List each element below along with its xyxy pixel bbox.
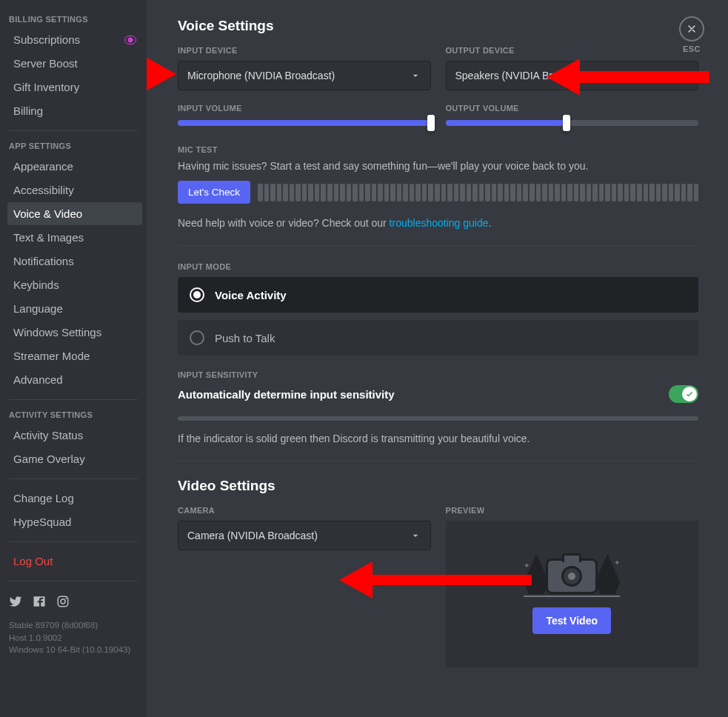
mic-test-label: MIC TEST: [178, 145, 698, 154]
divider: [9, 541, 138, 542]
sidebar-item-billing[interactable]: Billing: [7, 99, 142, 122]
output-device-select[interactable]: Speakers (NVIDIA Broadcast): [446, 61, 699, 90]
camera-label: CAMERA: [178, 506, 431, 515]
close-button[interactable]: ESC: [679, 16, 704, 53]
svg-point-2: [65, 598, 67, 599]
troubleshooting-link[interactable]: troubleshooting guide: [390, 217, 489, 229]
page-title: Voice Settings: [178, 18, 698, 34]
input-mode-voice-activity[interactable]: Voice Activity: [178, 277, 698, 313]
sidebar-item-label: Windows Settings: [13, 326, 101, 339]
camera-select[interactable]: Camera (NVIDIA Broadcast): [178, 521, 431, 550]
facebook-icon[interactable]: [33, 595, 46, 610]
sidebar-item-label: Advanced: [13, 373, 63, 386]
sidebar-item-hypesquad[interactable]: HypeSquad: [7, 510, 142, 533]
chevron-down-icon: [410, 70, 421, 81]
settings-sidebar: BILLING SETTINGS Subscriptions Server Bo…: [0, 0, 147, 717]
sidebar-item-label: Accessibility: [13, 184, 74, 196]
output-volume-label: OUTPUT VOLUME: [446, 104, 699, 113]
sidebar-item-label: Subscriptions: [13, 33, 80, 46]
output-device-value: Speakers (NVIDIA Broadcast): [455, 70, 592, 81]
settings-content: ESC Voice Settings INPUT DEVICE Micropho…: [147, 0, 728, 717]
radio-label: Voice Activity: [215, 289, 287, 301]
lets-check-button[interactable]: Let's Check: [178, 181, 250, 204]
video-settings-title: Video Settings: [178, 478, 698, 494]
sidebar-item-appearance[interactable]: Appearance: [7, 155, 142, 178]
input-device-select[interactable]: Microphone (NVIDIA Broadcast): [178, 61, 431, 90]
sidebar-item-activity-status[interactable]: Activity Status: [7, 424, 142, 447]
test-video-button[interactable]: Test Video: [532, 607, 611, 634]
output-volume-slider[interactable]: [446, 120, 699, 126]
sidebar-item-label: Notifications: [13, 255, 74, 267]
sidebar-item-label: Gift Inventory: [13, 81, 79, 93]
help-line: Need help with voice or video? Check out…: [178, 217, 698, 229]
sidebar-item-notifications[interactable]: Notifications: [7, 250, 142, 273]
sidebar-item-change-log[interactable]: Change Log: [7, 487, 142, 510]
sidebar-item-label: Game Overlay: [13, 453, 85, 465]
nitro-badge-icon: [124, 36, 136, 44]
divider: [9, 130, 138, 131]
sidebar-header-billing: BILLING SETTINGS: [7, 12, 142, 28]
sidebar-item-label: Change Log: [13, 492, 74, 504]
sidebar-item-windows-settings[interactable]: Windows Settings: [7, 321, 142, 344]
sidebar-item-label: Streamer Mode: [13, 350, 90, 362]
sidebar-item-label: Appearance: [13, 160, 73, 173]
sidebar-item-subscriptions[interactable]: Subscriptions: [7, 28, 142, 51]
radio-icon: [190, 287, 204, 302]
sidebar-item-game-overlay[interactable]: Game Overlay: [7, 447, 142, 470]
help-text: .: [489, 217, 492, 229]
sidebar-item-label: Voice & Video: [13, 207, 82, 220]
sidebar-item-server-boost[interactable]: Server Boost: [7, 52, 142, 75]
sidebar-item-label: Keybinds: [13, 279, 59, 291]
chevron-down-icon: [410, 530, 421, 541]
svg-point-1: [61, 599, 65, 604]
camera-illustration: ✦ ✦: [524, 554, 620, 594]
twitter-icon[interactable]: [9, 595, 22, 610]
toggle-knob: [682, 387, 697, 401]
sidebar-item-label: Language: [13, 302, 63, 315]
sensitivity-description: If the indicator is solid green then Dis…: [178, 433, 698, 444]
radio-label: Push to Talk: [215, 332, 275, 344]
build-line: Windows 10 64-Bit (10.0.19043): [9, 644, 141, 656]
camera-value: Camera (NVIDIA Broadcast): [187, 530, 318, 541]
sidebar-item-label: Log Out: [13, 555, 53, 567]
input-mode-push-to-talk[interactable]: Push to Talk: [178, 320, 698, 356]
divider: [9, 399, 138, 400]
sidebar-item-voice-video[interactable]: Voice & Video: [7, 202, 142, 225]
sidebar-item-text-images[interactable]: Text & Images: [7, 226, 142, 249]
build-info: Stable 89709 (8d00f68) Host 1.0.9002 Win…: [7, 616, 142, 659]
input-volume-slider[interactable]: [178, 120, 431, 126]
sidebar-header-activity: ACTIVITY SETTINGS: [7, 407, 142, 424]
divider: [178, 245, 698, 246]
annotation-arrow: [147, 44, 176, 104]
input-device-value: Microphone (NVIDIA Broadcast): [187, 70, 335, 81]
divider: [9, 478, 138, 479]
input-mode-label: INPUT MODE: [178, 262, 698, 271]
slider-thumb[interactable]: [427, 115, 435, 131]
sidebar-item-label: Activity Status: [13, 429, 83, 441]
preview-label: PREVIEW: [446, 506, 699, 515]
close-icon: [679, 16, 704, 41]
chevron-down-icon: [677, 70, 689, 81]
auto-sensitivity-toggle[interactable]: [669, 385, 698, 403]
input-sensitivity-label: INPUT SENSITIVITY: [178, 370, 698, 379]
slider-thumb[interactable]: [563, 115, 570, 131]
divider: [178, 461, 698, 461]
input-device-label: INPUT DEVICE: [178, 46, 431, 55]
radio-icon: [190, 330, 204, 345]
sidebar-item-keybinds[interactable]: Keybinds: [7, 273, 142, 296]
check-icon: [685, 390, 694, 398]
instagram-icon[interactable]: [56, 595, 70, 610]
sidebar-item-label: Text & Images: [13, 231, 84, 244]
build-line: Host 1.0.9002: [9, 632, 141, 644]
sidebar-item-advanced[interactable]: Advanced: [7, 368, 142, 391]
mic-level-meter: [258, 184, 698, 201]
video-preview: ✦ ✦ Test Video: [446, 521, 699, 667]
sidebar-item-label: Server Boost: [13, 57, 78, 70]
close-esc-label: ESC: [679, 44, 704, 53]
social-links: [7, 589, 142, 616]
sidebar-item-language[interactable]: Language: [7, 297, 142, 320]
sidebar-item-streamer-mode[interactable]: Streamer Mode: [7, 344, 142, 367]
sidebar-item-logout[interactable]: Log Out: [7, 550, 142, 573]
sidebar-item-accessibility[interactable]: Accessibility: [7, 179, 142, 201]
sidebar-item-gift-inventory[interactable]: Gift Inventory: [7, 76, 142, 99]
